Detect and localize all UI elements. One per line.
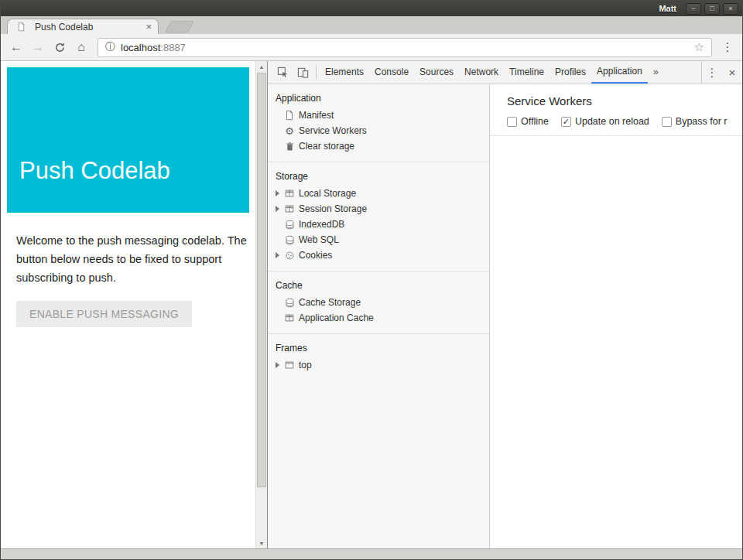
- devtools-panel: Elements Console Sources Network Timelin…: [267, 61, 742, 548]
- devtools-body: Application Manifest ⚙ Service Workers: [268, 84, 742, 548]
- scroll-down-icon[interactable]: ▼: [256, 538, 267, 548]
- session-user-menu[interactable]: Matt: [659, 4, 676, 13]
- devtools-close-icon[interactable]: ×: [722, 61, 742, 84]
- sidebar-item-service-workers[interactable]: ⚙ Service Workers: [268, 123, 489, 138]
- section-cache: Cache Cache Storage Application Cache: [268, 271, 489, 334]
- sidebar-item-label: Service Workers: [299, 125, 367, 136]
- tab-console[interactable]: Console: [369, 61, 414, 84]
- cookie-icon: [282, 251, 296, 261]
- titlebar: Matt – □ ×: [1, 1, 742, 16]
- checkbox-label: Offline: [521, 116, 549, 127]
- checkbox-label: Update on reload: [575, 116, 649, 127]
- expand-arrow-icon[interactable]: [272, 252, 282, 258]
- address-bar[interactable]: ⓘ localhost:8887 ☆: [98, 38, 712, 57]
- page-title: Push Codelab: [19, 157, 170, 185]
- sidebar-item-label: Web SQL: [299, 234, 339, 245]
- section-title: Cache: [268, 277, 489, 295]
- sidebar-item-label: Cookies: [299, 250, 332, 261]
- table-icon: [282, 188, 296, 199]
- maximize-button[interactable]: □: [704, 3, 720, 15]
- offline-checkbox[interactable]: ✓ Offline: [507, 116, 549, 127]
- pane-title: Service Workers: [507, 94, 742, 108]
- tab-elements[interactable]: Elements: [320, 61, 369, 84]
- database-icon: [282, 298, 296, 308]
- devtools-tabs: Elements Console Sources Network Timelin…: [320, 61, 648, 84]
- home-icon[interactable]: ⌂: [70, 36, 92, 58]
- gear-icon: ⚙: [282, 126, 296, 136]
- check-icon: ✓: [563, 118, 570, 126]
- scrollbar-track[interactable]: [256, 72, 267, 538]
- back-icon[interactable]: ←: [5, 36, 27, 58]
- expand-arrow-icon[interactable]: [272, 362, 282, 368]
- browser-toolbar: ← → ⌂ ⓘ localhost:8887 ☆ ⋮: [1, 34, 742, 61]
- database-icon: [282, 235, 296, 245]
- url-host: localhost: [121, 42, 160, 53]
- tab-profiles[interactable]: Profiles: [550, 61, 591, 84]
- close-window-button[interactable]: ×: [723, 3, 738, 15]
- sidebar-item-label: Local Storage: [299, 188, 356, 199]
- browser-menu-icon[interactable]: ⋮: [717, 36, 738, 58]
- inspect-element-icon[interactable]: [272, 61, 293, 84]
- sidebar-item-web-sql[interactable]: Web SQL: [268, 232, 489, 248]
- browser-tab[interactable]: Push Codelab ×: [7, 19, 159, 34]
- page-info-icon[interactable]: ⓘ: [105, 40, 115, 54]
- sidebar-item-cache-storage[interactable]: Cache Storage: [268, 295, 489, 310]
- window-bottom-strip: [1, 548, 742, 559]
- sidebar-item-label: Manifest: [299, 110, 334, 121]
- update-on-reload-checkbox[interactable]: ✓ Update on reload: [561, 116, 649, 127]
- checkbox-label: Bypass for r: [676, 116, 728, 127]
- checkbox-icon: ✓: [507, 117, 517, 127]
- bypass-for-network-checkbox[interactable]: ✓ Bypass for r: [662, 116, 728, 127]
- service-worker-options: ✓ Offline ✓ Update on reload ✓ Bypass fo…: [507, 116, 742, 127]
- devtools-toolbar: Elements Console Sources Network Timelin…: [268, 61, 742, 84]
- expand-arrow-icon[interactable]: [272, 190, 282, 196]
- url-port: :8887: [160, 42, 186, 53]
- tab-application[interactable]: Application: [591, 61, 648, 84]
- toolbar-spacer: [664, 61, 701, 84]
- tab-title: Push Codelab: [35, 22, 141, 32]
- checkbox-icon: ✓: [662, 117, 672, 127]
- database-icon: [282, 220, 296, 230]
- expand-arrow-icon[interactable]: [272, 206, 282, 212]
- sidebar-item-indexeddb[interactable]: IndexedDB: [268, 217, 489, 232]
- tab-network[interactable]: Network: [459, 61, 504, 84]
- tab-timeline[interactable]: Timeline: [504, 61, 550, 84]
- table-icon: [282, 312, 296, 323]
- scroll-up-icon[interactable]: ▲: [256, 61, 267, 72]
- sidebar-item-application-cache[interactable]: Application Cache: [268, 310, 489, 326]
- expand-spacer: [272, 315, 282, 321]
- enable-push-button[interactable]: ENABLE PUSH MESSAGING: [16, 301, 192, 327]
- section-title: Storage: [268, 168, 489, 186]
- content-area: Push Codelab Welcome to the push messagi…: [1, 61, 742, 548]
- devtools-menu-icon[interactable]: ⋮: [702, 61, 722, 84]
- section-title: Frames: [268, 340, 489, 357]
- sidebar-item-cookies[interactable]: Cookies: [268, 248, 489, 263]
- sidebar-item-label: IndexedDB: [299, 219, 344, 230]
- vertical-scrollbar[interactable]: ▲ ▼: [255, 61, 267, 548]
- more-tabs-icon[interactable]: »: [648, 61, 664, 84]
- checkbox-icon: ✓: [561, 117, 571, 127]
- sidebar-item-top-frame[interactable]: top: [268, 357, 489, 373]
- sidebar-item-manifest[interactable]: Manifest: [268, 108, 489, 123]
- tab-close-icon[interactable]: ×: [146, 22, 152, 32]
- application-sidebar: Application Manifest ⚙ Service Workers: [268, 84, 490, 548]
- web-page: Push Codelab Welcome to the push messagi…: [1, 61, 255, 548]
- bookmark-star-icon[interactable]: ☆: [694, 40, 704, 54]
- sidebar-item-clear-storage[interactable]: Clear storage: [268, 138, 489, 154]
- expand-spacer: [272, 112, 282, 118]
- section-storage: Storage Local Storage Session Storage: [268, 162, 489, 271]
- service-workers-header: Service Workers ✓ Offline ✓ Update on re…: [490, 84, 742, 136]
- tab-sources[interactable]: Sources: [414, 61, 459, 84]
- expand-spacer: [272, 128, 282, 134]
- service-workers-pane: Service Workers ✓ Offline ✓ Update on re…: [490, 84, 742, 548]
- device-toolbar-icon[interactable]: [293, 61, 313, 84]
- reload-icon[interactable]: [49, 36, 70, 58]
- sidebar-item-session-storage[interactable]: Session Storage: [268, 201, 489, 217]
- new-tab-button[interactable]: [165, 21, 194, 32]
- sidebar-item-local-storage[interactable]: Local Storage: [268, 186, 489, 201]
- sidebar-item-label: Clear storage: [299, 141, 354, 152]
- minimize-button[interactable]: –: [686, 3, 701, 15]
- page-body: Push Codelab Welcome to the push messagi…: [1, 61, 255, 333]
- forward-icon[interactable]: →: [27, 36, 49, 58]
- scrollbar-thumb[interactable]: [257, 73, 266, 487]
